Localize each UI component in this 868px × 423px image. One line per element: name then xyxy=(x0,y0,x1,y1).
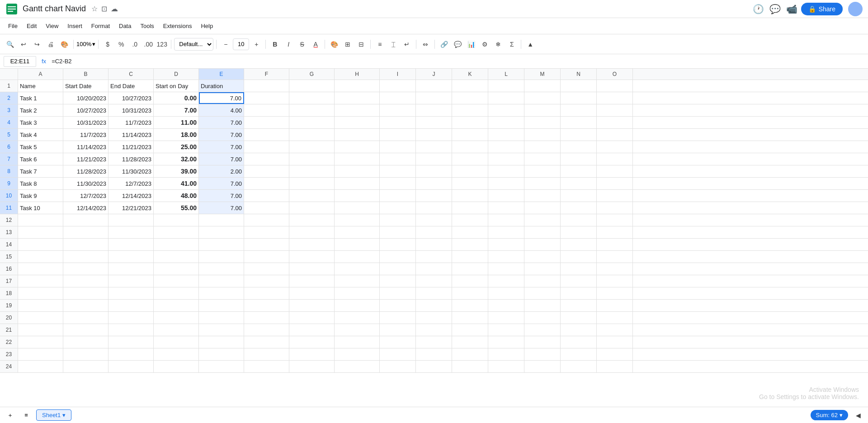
cell-e7[interactable]: 7.00 xyxy=(199,153,244,165)
cell-d24[interactable] xyxy=(154,361,199,372)
cell-a10[interactable]: Task 9 xyxy=(18,190,63,202)
cell-i23[interactable] xyxy=(380,348,416,360)
cell-e8[interactable]: 2.00 xyxy=(199,165,244,177)
zoom-value[interactable]: 100% xyxy=(76,41,91,47)
cell-e5[interactable]: 7.00 xyxy=(199,129,244,141)
cell-o14[interactable] xyxy=(597,239,633,250)
cell-n19[interactable] xyxy=(561,300,597,311)
menu-file[interactable]: File xyxy=(4,21,22,31)
cell-d12[interactable] xyxy=(154,214,199,226)
cell-h7[interactable] xyxy=(335,153,380,165)
col-header-i[interactable]: I xyxy=(380,69,416,80)
cell-j18[interactable] xyxy=(416,287,452,299)
cell-o6[interactable] xyxy=(597,141,633,153)
cell-c10[interactable]: 12/14/2023 xyxy=(108,190,154,202)
chart-button[interactable]: 📊 xyxy=(465,38,477,51)
cell-b19[interactable] xyxy=(63,300,108,311)
cell-g18[interactable] xyxy=(289,287,335,299)
cell-n11[interactable] xyxy=(561,202,597,214)
cell-c4[interactable]: 11/7/2023 xyxy=(108,117,154,128)
cell-k13[interactable] xyxy=(452,226,488,238)
col-header-k[interactable]: K xyxy=(452,69,488,80)
cell-a22[interactable] xyxy=(18,336,63,348)
cell-f19[interactable] xyxy=(244,300,289,311)
cell-g14[interactable] xyxy=(289,239,335,250)
cell-j3[interactable] xyxy=(416,104,452,116)
cell-c14[interactable] xyxy=(108,239,154,250)
cell-n22[interactable] xyxy=(561,336,597,348)
cell-j9[interactable] xyxy=(416,178,452,189)
cell-k1[interactable] xyxy=(452,80,488,92)
cell-j6[interactable] xyxy=(416,141,452,153)
cell-d21[interactable] xyxy=(154,324,199,336)
cell-m19[interactable] xyxy=(524,300,561,311)
cell-l12[interactable] xyxy=(488,214,524,226)
cell-a17[interactable] xyxy=(18,275,63,287)
cell-a23[interactable] xyxy=(18,348,63,360)
cell-k6[interactable] xyxy=(452,141,488,153)
cell-d18[interactable] xyxy=(154,287,199,299)
cell-k21[interactable] xyxy=(452,324,488,336)
cell-h24[interactable] xyxy=(335,361,380,372)
cell-l3[interactable] xyxy=(488,104,524,116)
cell-i6[interactable] xyxy=(380,141,416,153)
cell-d9[interactable]: 41.00 xyxy=(154,178,199,189)
cell-h5[interactable] xyxy=(335,129,380,141)
cell-i1[interactable] xyxy=(380,80,416,92)
cell-i13[interactable] xyxy=(380,226,416,238)
cell-m8[interactable] xyxy=(524,165,561,177)
cell-f5[interactable] xyxy=(244,129,289,141)
cell-n2[interactable] xyxy=(561,92,597,104)
filter-button[interactable]: ⚙ xyxy=(478,38,491,51)
cell-f22[interactable] xyxy=(244,336,289,348)
cell-g9[interactable] xyxy=(289,178,335,189)
cell-c5[interactable]: 11/14/2023 xyxy=(108,129,154,141)
cell-a12[interactable] xyxy=(18,214,63,226)
cell-l16[interactable] xyxy=(488,263,524,275)
cell-f8[interactable] xyxy=(244,165,289,177)
cell-k14[interactable] xyxy=(452,239,488,250)
fill-color-button[interactable]: 🎨 xyxy=(328,38,340,51)
cell-d15[interactable] xyxy=(154,251,199,263)
cell-j23[interactable] xyxy=(416,348,452,360)
cell-j13[interactable] xyxy=(416,226,452,238)
cell-g17[interactable] xyxy=(289,275,335,287)
cell-o7[interactable] xyxy=(597,153,633,165)
cell-n21[interactable] xyxy=(561,324,597,336)
cell-m22[interactable] xyxy=(524,336,561,348)
cell-l2[interactable] xyxy=(488,92,524,104)
cell-i18[interactable] xyxy=(380,287,416,299)
cell-j22[interactable] xyxy=(416,336,452,348)
cell-g16[interactable] xyxy=(289,263,335,275)
col-header-c[interactable]: C xyxy=(108,69,154,80)
cell-n8[interactable] xyxy=(561,165,597,177)
wrap-button[interactable]: ↵ xyxy=(401,38,413,51)
cell-k12[interactable] xyxy=(452,214,488,226)
menu-insert[interactable]: Insert xyxy=(63,21,87,31)
cell-a4[interactable]: Task 3 xyxy=(18,117,63,128)
cell-a9[interactable]: Task 8 xyxy=(18,178,63,189)
cell-l7[interactable] xyxy=(488,153,524,165)
cell-o20[interactable] xyxy=(597,312,633,324)
cell-i14[interactable] xyxy=(380,239,416,250)
cell-l9[interactable] xyxy=(488,178,524,189)
doc-title[interactable]: Gantt chart Navid xyxy=(23,4,86,14)
cell-c15[interactable] xyxy=(108,251,154,263)
menu-help[interactable]: Help xyxy=(196,21,217,31)
format-123-button[interactable]: 123 xyxy=(156,38,168,51)
menu-view[interactable]: View xyxy=(41,21,63,31)
cell-m4[interactable] xyxy=(524,117,561,128)
cell-c21[interactable] xyxy=(108,324,154,336)
freeze-button[interactable]: ❄ xyxy=(492,38,505,51)
cell-d7[interactable]: 32.00 xyxy=(154,153,199,165)
star-icon[interactable]: ☆ xyxy=(91,5,98,13)
cell-e16[interactable] xyxy=(199,263,244,275)
cell-g4[interactable] xyxy=(289,117,335,128)
cell-k11[interactable] xyxy=(452,202,488,214)
cell-i11[interactable] xyxy=(380,202,416,214)
cell-f9[interactable] xyxy=(244,178,289,189)
cell-i15[interactable] xyxy=(380,251,416,263)
cell-m21[interactable] xyxy=(524,324,561,336)
cell-o24[interactable] xyxy=(597,361,633,372)
cell-f24[interactable] xyxy=(244,361,289,372)
